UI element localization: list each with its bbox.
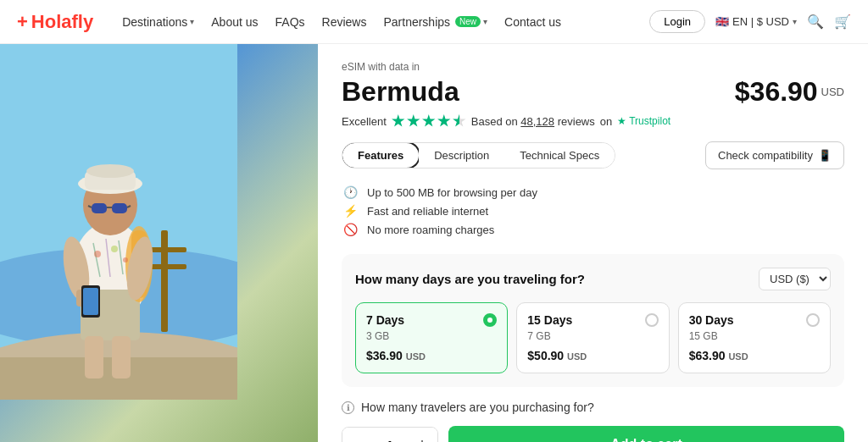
- nav-links: Destinations ▾ About us FAQs Reviews Par…: [122, 15, 629, 29]
- feature-item-speed: ⚡ Fast and reliable internet: [342, 202, 844, 220]
- trustpilot-star-icon: ★: [617, 115, 626, 127]
- logo-text: Holafly: [31, 11, 93, 33]
- day-30-label: 30 Days: [689, 313, 734, 327]
- bolt-icon: ⚡: [342, 204, 359, 218]
- chevron-down-icon: ▾: [793, 17, 797, 26]
- main-content: eSIM with data in Bermuda $36.90 USD Exc…: [0, 44, 868, 442]
- no-roaming-icon: 🚫: [342, 223, 359, 236]
- radio-15-days: [645, 313, 659, 327]
- day-7-label: 7 Days: [366, 313, 404, 327]
- nav-label-destinations: Destinations: [122, 15, 187, 29]
- star-5-half: [453, 114, 466, 128]
- nav-label-faqs: FAQs: [275, 15, 305, 29]
- radio-7-days: [483, 313, 497, 327]
- rating-row: Excellent Based on 48,128 reviews on ★ T…: [342, 114, 844, 128]
- search-icon[interactable]: 🔍: [807, 14, 824, 30]
- day-option-30-header: 30 Days: [689, 313, 820, 327]
- svg-point-21: [86, 164, 134, 178]
- title-row: Bermuda $36.90 USD: [342, 76, 844, 108]
- logo[interactable]: +Holafly: [17, 11, 93, 33]
- day-7-currency: USD: [406, 351, 426, 362]
- days-section: How many days are you traveling for? USD…: [342, 254, 844, 387]
- day-30-price: $63.90 USD: [689, 349, 820, 362]
- product-price: $36.90: [735, 76, 818, 107]
- nav-item-partnerships[interactable]: Partnerships New ▾: [383, 15, 487, 29]
- travelers-label: How many travelers are you purchasing fo…: [361, 401, 594, 414]
- nav-label-contact: Contact us: [504, 15, 561, 29]
- feature-text-speed: Fast and reliable internet: [367, 205, 488, 218]
- days-header: How many days are you traveling for? USD…: [355, 268, 831, 290]
- trustpilot-label: Trustpilot: [629, 115, 670, 127]
- nav-item-about[interactable]: About us: [211, 15, 258, 29]
- cart-row: − + Add to cart: [342, 426, 844, 442]
- price-block: $36.90 USD: [735, 76, 844, 108]
- days-options: 7 Days 3 GB $36.90 USD 15 Days 7 GB: [355, 302, 831, 373]
- new-badge: New: [455, 16, 481, 27]
- svg-rect-4: [161, 230, 168, 332]
- tab-description[interactable]: Description: [419, 143, 504, 168]
- svg-rect-10: [112, 336, 131, 378]
- check-compatibility-button[interactable]: Check compatibility 📱: [705, 141, 844, 169]
- lang-label: EN | $ USD: [732, 15, 789, 28]
- login-button[interactable]: Login: [649, 10, 705, 33]
- quantity-increase-button[interactable]: +: [407, 428, 437, 442]
- product-tabs: Features Description Technical Specs: [342, 142, 615, 169]
- trustpilot: ★ Trustpilot: [617, 115, 670, 127]
- phone-check-icon: 📱: [818, 149, 832, 162]
- tab-features[interactable]: Features: [342, 143, 419, 168]
- check-compat-label: Check compatibility: [718, 149, 813, 162]
- price-currency: USD: [821, 86, 844, 98]
- cart-icon[interactable]: 🛒: [834, 14, 851, 30]
- review-count-link[interactable]: 48,128: [520, 115, 554, 128]
- nav-item-reviews[interactable]: Reviews: [322, 15, 367, 29]
- nav-item-contact[interactable]: Contact us: [504, 15, 561, 29]
- day-option-7-header: 7 Days: [366, 313, 497, 327]
- add-to-cart-button[interactable]: Add to cart: [448, 426, 844, 442]
- svg-rect-9: [85, 336, 103, 378]
- esim-label: eSIM with data in: [342, 61, 844, 73]
- currency-selector[interactable]: USD ($): [759, 268, 831, 290]
- svg-point-30: [94, 251, 101, 257]
- feature-text-data: Up to 500 MB for browsing per day: [367, 186, 537, 199]
- days-title: How many days are you traveling for?: [355, 272, 585, 286]
- day-30-currency: USD: [728, 351, 748, 362]
- star-4: [437, 114, 451, 128]
- nav-right: Login 🇬🇧 EN | $ USD ▾ 🔍 🛒: [649, 10, 851, 33]
- language-selector[interactable]: 🇬🇧 EN | $ USD ▾: [715, 15, 797, 28]
- feature-item-data: 🕐 Up to 500 MB for browsing per day: [342, 183, 844, 202]
- flag-icon: 🇬🇧: [715, 15, 729, 28]
- day-7-price: $36.90 USD: [366, 349, 497, 362]
- quantity-control: − +: [342, 427, 438, 442]
- svg-rect-22: [92, 203, 107, 213]
- chevron-down-icon: ▾: [483, 17, 487, 26]
- feature-item-roaming: 🚫 No more roaming charges: [342, 220, 844, 239]
- day-option-15[interactable]: 15 Days 7 GB $50.90 USD: [516, 302, 669, 373]
- day-30-gb: 15 GB: [689, 330, 820, 342]
- radio-30-days: [806, 313, 820, 327]
- clock-icon: 🕐: [342, 185, 359, 199]
- chevron-down-icon: ▾: [190, 17, 194, 26]
- navbar: +Holafly Destinations ▾ About us FAQs Re…: [0, 0, 868, 44]
- star-2: [407, 114, 420, 128]
- info-icon[interactable]: ℹ: [342, 401, 354, 414]
- star-1: [392, 114, 405, 128]
- nav-item-faqs[interactable]: FAQs: [275, 15, 305, 29]
- day-15-label: 15 Days: [527, 313, 572, 327]
- feature-text-roaming: No more roaming charges: [367, 224, 494, 236]
- nav-item-destinations[interactable]: Destinations ▾: [122, 15, 194, 29]
- rating-text: Based on 48,128 reviews: [471, 115, 595, 128]
- day-option-15-header: 15 Days: [527, 313, 658, 327]
- day-option-30[interactable]: 30 Days 15 GB $63.90 USD: [678, 302, 831, 373]
- nav-label-reviews: Reviews: [322, 15, 367, 29]
- product-info: eSIM with data in Bermuda $36.90 USD Exc…: [318, 44, 868, 442]
- day-15-currency: USD: [567, 351, 587, 362]
- nav-label-partnerships: Partnerships: [383, 15, 450, 29]
- svg-point-32: [123, 257, 128, 262]
- tab-technical-specs[interactable]: Technical Specs: [504, 143, 615, 168]
- quantity-input[interactable]: [373, 438, 407, 443]
- destination-title: Bermuda: [342, 76, 459, 108]
- quantity-decrease-button[interactable]: −: [342, 428, 373, 442]
- svg-point-31: [111, 246, 118, 252]
- svg-rect-23: [112, 203, 127, 213]
- day-option-7[interactable]: 7 Days 3 GB $36.90 USD: [355, 302, 508, 373]
